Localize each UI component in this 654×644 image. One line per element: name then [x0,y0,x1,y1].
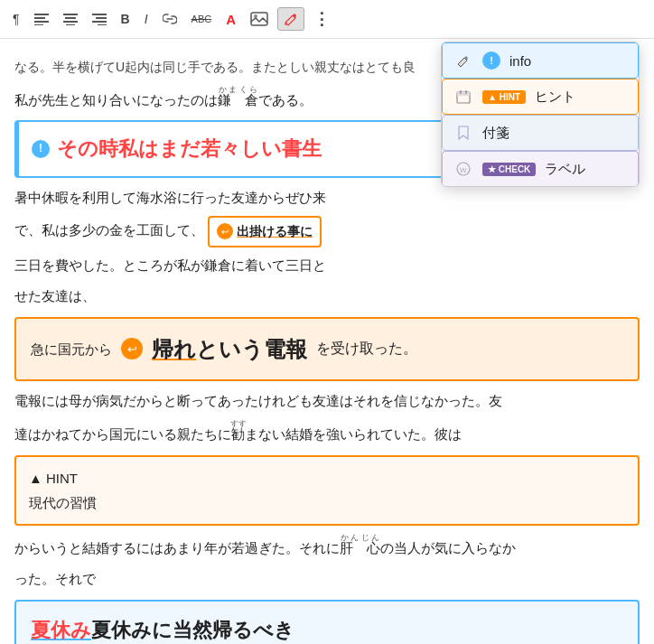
para-8: からいうと結婚するにはあまり年が若過ぎた。それに肝 心かんじんの当人が気に入らな… [14,533,640,562]
para-2: 暑中休暇を利用して海水浴に行った友達からぜひ来 [14,185,640,211]
svg-rect-10 [92,21,107,23]
hint-item-label: ヒント [535,89,627,106]
para-3: で、私は多少の金を工面して、 ↩ 出掛ける事に [14,216,640,247]
svg-rect-0 [34,14,49,15]
para-3-pre: で、私は多少の金を工面して、 [14,222,204,238]
align-center-button[interactable] [58,9,83,29]
align-left-button[interactable] [29,9,54,29]
info-icon: ! [32,140,50,158]
svg-rect-3 [34,24,43,25]
dropdown-popup: ! info ▲ HINT ヒント 付箋 W ★ CHECK ラベル [441,42,640,187]
hint-badge-icon: ▲ HINT [482,90,526,104]
sticky-item-label: 付箋 [482,125,627,142]
svg-rect-4 [63,14,78,15]
paragraph-button[interactable]: ¶ [7,8,25,30]
info-block-text: その時私はまだ若々しい書生 [57,131,322,167]
redirect-text: 出掛ける事に [237,219,313,244]
hint-block: ▲ HINT 現代の習慣 [14,455,640,526]
redirect-large-block: 急に国元から ↩ 帰れという電報 を受け取った。 [14,317,640,381]
natsuyasumi-text: 夏休み [31,619,91,641]
svg-rect-2 [34,21,49,23]
highlight-button[interactable]: A [220,8,241,31]
redirect-large-main: 帰れという電報 [152,330,307,369]
svg-rect-7 [66,24,75,25]
para-8-pre: からいうと結婚するにはあまり年が若過ぎた。それに肝 心かんじんの当人が気に入らな… [14,540,516,555]
link-button[interactable] [157,10,182,28]
svg-rect-1 [34,17,45,19]
hint-block-text: 現代の習慣 [29,490,625,515]
bottom-blue-rest: 夏休みに当然帰るべき [91,619,294,641]
italic-button[interactable]: I [139,8,154,30]
ruby-kanjin: 肝 心かんじん [340,540,380,555]
redirect-large-text1: 帰れ [152,337,196,361]
svg-rect-11 [98,24,107,25]
info-item-label: info [509,53,627,69]
hint-calendar-icon [453,87,473,107]
redirect-large-pre: 急に国元から [31,337,112,361]
align-right-button[interactable] [87,9,112,29]
dropdown-item-label[interactable]: W ★ CHECK ラベル [442,151,639,186]
ruby-kamakura: 鎌 倉かまくら [218,92,258,107]
dropdown-item-hint[interactable]: ▲ HINT ヒント [442,79,639,115]
para-6: 電報には母が病気だからと断ってあったけれども友達はそれを信じなかった。友 [14,388,640,415]
info-dropdown-icon: ! [482,51,500,70]
para-7: 達はかねてから国元にいる親たちに勧すすまない結婚を強いられていた。彼は [14,419,640,448]
svg-rect-8 [92,14,107,15]
para-4: 三日を費やした。ところが私が鎌倉に着いて三日と [14,253,640,279]
dropdown-item-info[interactable]: ! info [442,42,639,79]
hint-badge: ▲ HINT [29,471,78,486]
ruby-susu: 勧すす [231,426,245,442]
redirect-icon: ↩ [217,223,233,239]
para-8b: った。それで [14,566,640,593]
label-wordpress-icon: W [453,159,473,179]
image-button[interactable] [245,8,274,30]
pencil-button[interactable] [277,7,304,31]
svg-text:W: W [460,166,467,174]
inline-redirect-block[interactable]: ↩ 出掛ける事に [208,216,322,247]
svg-rect-6 [63,21,78,23]
svg-rect-5 [65,17,76,19]
redirect-large-icon: ↩ [121,338,143,359]
para-5: せた友達は、 [14,284,640,310]
bottom-blue-block: 夏休み夏休みに当然帰るべき [14,600,640,644]
bottom-blue-text: 夏休み夏休みに当然帰るべき [31,619,294,641]
svg-rect-15 [457,92,470,96]
svg-rect-9 [96,17,107,19]
label-badge-icon: ★ CHECK [482,163,536,176]
sticky-bookmark-icon [453,123,473,143]
para-7-pre: 達はかねてから国元にいる親たちに勧すすまない結婚を強いられていた。彼は [14,426,462,442]
strikethrough-button[interactable]: ABC [186,10,218,28]
label-item-label: ラベル [545,161,627,178]
redirect-large-text2: という電報 [196,337,307,361]
more-button[interactable]: ⋮ [308,5,335,33]
bold-button[interactable]: B [116,8,135,30]
toolbar: ¶ B I ABC A ⋮ [0,0,654,39]
dropdown-item-sticky[interactable]: 付箋 [442,115,639,151]
pencil-edit-icon [453,51,473,70]
redirect-large-post: を受け取った。 [316,336,417,362]
para-1-text: 私が先生と知り合いになったのは鎌 倉かまくらである。 [14,92,313,107]
